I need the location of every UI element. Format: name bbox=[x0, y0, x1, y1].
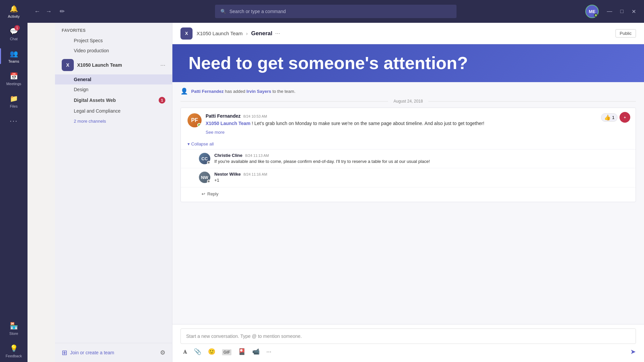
mention-text[interactable]: X1050 Launch Team bbox=[206, 121, 251, 126]
chat-team-icon: X bbox=[180, 27, 193, 40]
nav-arrows: ← → bbox=[33, 7, 53, 16]
settings-button[interactable]: ⚙ bbox=[160, 349, 165, 356]
main-message-text: X1050 Launch Team ! Let's grab lunch on … bbox=[206, 120, 629, 127]
like-icon: 👍 bbox=[604, 114, 611, 121]
emoji-icon: 🙂 bbox=[208, 348, 215, 355]
more-tools-button[interactable]: ··· bbox=[264, 347, 274, 357]
patti-online-dot bbox=[197, 123, 201, 127]
collapse-chevron-icon: ▾ bbox=[187, 141, 190, 146]
user-avatar[interactable]: ME bbox=[585, 5, 599, 18]
message-reactions: 👍 1 + bbox=[601, 112, 630, 123]
main-message-header: Patti Fernandez 8/24 10:53 AM bbox=[206, 113, 629, 119]
sidebar-channel-general[interactable]: General bbox=[55, 74, 172, 84]
like-count: 1 bbox=[612, 115, 614, 120]
sidebar-item-store[interactable]: 🏪 Store bbox=[0, 317, 28, 340]
reply-2-author: Nestor Wilke bbox=[214, 172, 241, 177]
teams-icon: 👥 bbox=[9, 49, 18, 58]
sidebar-channel-design[interactable]: Design bbox=[55, 84, 172, 95]
breadcrumb-chevron: › bbox=[246, 31, 249, 36]
sidebar-item-video-production[interactable]: Video production bbox=[55, 46, 172, 56]
nestor-offline-dot bbox=[207, 180, 210, 183]
main-message-body: Patti Fernandez 8/24 10:53 AM X1050 Laun… bbox=[206, 113, 629, 135]
system-actor: Patti Fernandez bbox=[191, 89, 224, 94]
gif-icon: GIF bbox=[222, 349, 231, 355]
public-badge: Public bbox=[615, 29, 636, 38]
team-name-x1050: X1050 Launch Team bbox=[77, 62, 157, 68]
search-placeholder: Search or type a command bbox=[229, 9, 286, 14]
compose-box: Start a new conversation. Type @ to ment… bbox=[172, 324, 644, 362]
search-bar[interactable]: 🔍 Search or type a command bbox=[215, 5, 457, 18]
format-icon: 𝐀 bbox=[183, 349, 187, 355]
more-channels-link[interactable]: 2 more channels bbox=[55, 116, 172, 126]
patti-avatar: PF bbox=[187, 113, 202, 127]
system-message: 👤 Patti Fernandez has added Irvin Sayers… bbox=[180, 87, 636, 95]
sidebar-item-project-specs[interactable]: Project Specs bbox=[55, 36, 172, 46]
chat-header-dots[interactable]: ··· bbox=[275, 30, 280, 37]
reply-2-header: Nestor Wilke 8/24 11:16 AM bbox=[214, 172, 629, 177]
icon-rail: 🔔 Activity 💬 1 Chat 👥 Teams 📅 Meetings 📁… bbox=[0, 0, 28, 362]
team-icon-x1050: X bbox=[62, 59, 74, 71]
sidebar-item-more[interactable]: ··· bbox=[0, 112, 28, 131]
promo-banner-text: Need to get someone's attention? bbox=[189, 54, 628, 73]
reply-1-header: Christie Cline 8/24 11:13 AM bbox=[214, 153, 629, 158]
see-more-link[interactable]: See more bbox=[206, 130, 629, 135]
favorites-heading: Favorites bbox=[55, 23, 172, 36]
more-icon: ··· bbox=[9, 116, 18, 126]
forward-button[interactable]: → bbox=[44, 7, 53, 16]
emoji-button[interactable]: 🙂 bbox=[205, 347, 218, 357]
digital-assets-label: Digital Assets Web bbox=[74, 98, 116, 103]
collapse-all-label: Collapse all bbox=[191, 141, 214, 146]
compose-toolbar: 𝐀 📎 🙂 GIF 🎴 📹 ··· bbox=[180, 347, 636, 357]
reply-2-body: Nestor Wilke 8/24 11:16 AM +1 bbox=[214, 172, 629, 183]
main-area: Favorites Project Specs Video production… bbox=[55, 23, 644, 362]
send-button[interactable]: ➤ bbox=[630, 348, 636, 356]
compose-input[interactable]: Start a new conversation. Type @ to ment… bbox=[180, 328, 636, 344]
sidebar-item-meetings[interactable]: 📅 Meetings bbox=[0, 67, 28, 90]
back-button[interactable]: ← bbox=[33, 7, 42, 16]
sidebar-item-files[interactable]: 📁 Files bbox=[0, 90, 28, 112]
join-create-team-button[interactable]: ⊞ Join or create a team bbox=[62, 349, 114, 357]
sidebar-item-chat[interactable]: 💬 1 Chat bbox=[0, 22, 28, 45]
message-body-text: ! Let's grab lunch on Monday to make sur… bbox=[252, 121, 484, 126]
close-button[interactable]: ✕ bbox=[629, 7, 639, 16]
compose-placeholder: Start a new conversation. Type @ to ment… bbox=[186, 334, 302, 339]
sidebar-channel-digital-assets[interactable]: Digital Assets Web 1 bbox=[55, 95, 172, 106]
sidebar-item-feedback[interactable]: 💡 Feedback bbox=[0, 340, 28, 362]
gif-button[interactable]: GIF bbox=[219, 347, 234, 357]
reply-1-body: Christie Cline 8/24 11:13 AM If you're a… bbox=[214, 153, 629, 165]
attach-button[interactable]: 📎 bbox=[191, 347, 204, 357]
main-message: PF Patti Fernandez 8/24 10:53 AM X1050 L… bbox=[181, 108, 636, 140]
system-suffix: to the team. bbox=[272, 89, 296, 94]
team-x1050[interactable]: X X1050 Launch Team ··· bbox=[55, 56, 172, 74]
date-divider: August 24, 2018 bbox=[180, 99, 636, 104]
system-target: Irvin Sayers bbox=[247, 89, 271, 94]
add-team-icon: ⊞ bbox=[62, 349, 67, 357]
breadcrumb-team[interactable]: X1050 Launch Team bbox=[197, 31, 243, 36]
minimize-button[interactable]: — bbox=[604, 7, 615, 16]
sticker-button[interactable]: 🎴 bbox=[235, 347, 248, 357]
collapse-all-button[interactable]: ▾ Collapse all bbox=[181, 140, 636, 149]
format-button[interactable]: 𝐀 bbox=[180, 347, 190, 357]
christie-offline-dot bbox=[207, 161, 210, 164]
chat-badge: 1 bbox=[14, 25, 20, 31]
reply-1-author: Christie Cline bbox=[214, 153, 243, 158]
store-icon: 🏪 bbox=[9, 321, 18, 330]
sidebar-item-teams[interactable]: 👥 Teams bbox=[0, 45, 28, 67]
video-button[interactable]: 📹 bbox=[250, 347, 262, 357]
nestor-avatar: NW bbox=[199, 172, 210, 183]
team-menu-icon[interactable]: ··· bbox=[160, 62, 165, 69]
compose-button[interactable]: ✏ bbox=[57, 6, 67, 16]
main-message-time: 8/24 10:53 AM bbox=[243, 114, 267, 118]
settings-icon: ⚙ bbox=[160, 349, 165, 356]
sidebar-item-activity[interactable]: 🔔 Activity bbox=[0, 0, 28, 22]
system-icon: 👤 bbox=[180, 87, 188, 95]
feedback-icon: 💡 bbox=[9, 344, 18, 353]
search-icon: 🔍 bbox=[220, 9, 226, 14]
sidebar-channel-legal[interactable]: Legal and Compliance bbox=[55, 106, 172, 116]
online-status-dot bbox=[594, 13, 598, 17]
reply-button[interactable]: ↩ Reply bbox=[199, 190, 221, 198]
like-reaction[interactable]: 👍 1 bbox=[601, 113, 618, 122]
messages-area[interactable]: 👤 Patti Fernandez has added Irvin Sayers… bbox=[172, 82, 644, 324]
video-production-label: Video production bbox=[74, 48, 109, 53]
maximize-button[interactable]: □ bbox=[618, 7, 626, 16]
